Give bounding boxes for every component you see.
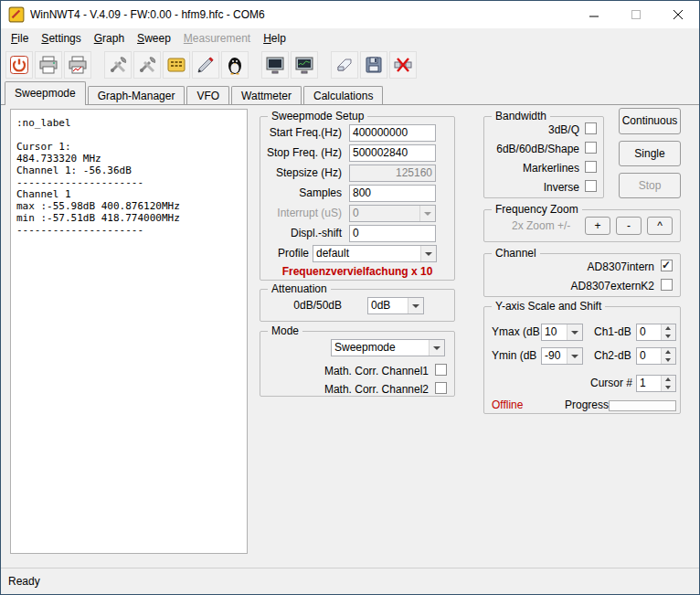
math-corr-ch1-label: Math. Corr. Channel1 <box>260 365 429 377</box>
ch1-db-label: Ch1-dB <box>594 325 631 338</box>
math-corr-ch1-checkbox[interactable] <box>435 364 447 376</box>
minimize-button[interactable] <box>573 1 615 28</box>
tab-bar: Sweepmode Graph-Manager VFO Wattmeter Ca… <box>5 81 385 105</box>
ad8307-extern-checkbox[interactable] <box>661 279 673 291</box>
tab-sweepmode[interactable]: Sweepmode <box>5 81 86 105</box>
continuous-button[interactable]: Continuous <box>619 108 681 134</box>
interrupt-label: Interrupt (uS) <box>260 207 342 219</box>
ad8307-intern-checkbox[interactable] <box>661 260 673 271</box>
group-legend: Attenuation <box>268 282 331 295</box>
start-freq-input[interactable]: 400000000 <box>349 124 436 142</box>
ymin-label: Ymin (dB <box>492 349 536 362</box>
group-legend: Frequency Zoom <box>492 203 582 216</box>
cursor-number-spinner[interactable]: 1 <box>636 375 676 392</box>
spin-down-icon[interactable] <box>662 333 675 341</box>
stepsize-label: Stepsize (Hz) <box>260 166 342 179</box>
mode-combo[interactable]: Sweepmode <box>331 339 445 356</box>
winnwt4-window: WinNWT4 - V.4.09 - FW:0.00 - hfm9.hfc - … <box>0 0 700 595</box>
eraser-button[interactable] <box>331 51 358 79</box>
power-button[interactable] <box>5 51 33 79</box>
spin-up-icon[interactable] <box>662 376 675 384</box>
ch2-db-label: Ch2-dB <box>594 349 631 362</box>
stop-freq-label: Stop Freq. (Hz) <box>260 146 342 159</box>
attenuation-combo[interactable]: 0dB <box>367 297 424 314</box>
menu-settings[interactable]: Settings <box>35 28 87 48</box>
tab-graph-manager[interactable]: Graph-Manager <box>88 86 186 104</box>
tab-calculations[interactable]: Calculations <box>303 86 383 104</box>
chevron-down-icon[interactable] <box>567 348 582 364</box>
tab-vfo[interactable]: VFO <box>186 86 229 104</box>
info-line: :no_label <box>16 117 241 129</box>
save-button[interactable] <box>360 51 387 79</box>
info-line: --------------------- <box>16 176 241 188</box>
zoom-in-button[interactable]: + <box>585 217 610 235</box>
ch2-db-spinner[interactable]: 0 <box>636 347 676 365</box>
info-line: min :-57.51dB 418.774000MHz <box>16 212 241 224</box>
samples-label: Samples <box>260 186 342 199</box>
disconnect-button[interactable] <box>389 51 417 79</box>
zoom-up-button[interactable]: ^ <box>647 217 673 235</box>
spin-down-icon[interactable] <box>662 356 675 365</box>
stop-freq-input[interactable]: 500002840 <box>349 144 436 162</box>
bw-markerlines-checkbox[interactable] <box>585 161 597 173</box>
save-icon <box>363 54 385 76</box>
display-icon <box>264 54 286 76</box>
maximize-button[interactable] <box>615 1 657 28</box>
measurement-info-panel[interactable]: :no_label Cursor 1: 484.733320 MHz Chann… <box>10 109 248 554</box>
display-button-2[interactable] <box>291 51 318 79</box>
keypad-button[interactable] <box>163 51 190 79</box>
chevron-down-icon[interactable] <box>420 246 436 261</box>
display-icon-2 <box>293 54 315 76</box>
tab-wattmeter[interactable]: Wattmeter <box>231 86 302 104</box>
menu-graph[interactable]: Graph <box>88 28 131 48</box>
spin-down-icon[interactable] <box>662 384 675 392</box>
window-title: WinNWT4 - V.4.09 - FW:0.00 - hfm9.hfc - … <box>30 8 573 21</box>
chevron-down-icon[interactable] <box>408 298 423 313</box>
spin-up-icon[interactable] <box>662 348 675 356</box>
print-graph-button[interactable] <box>64 51 91 79</box>
spin-up-icon[interactable] <box>662 324 675 333</box>
frequency-multiplier-warning: Frequenzvervielfachung x 10 <box>260 265 454 278</box>
titlebar: WinNWT4 - V.4.09 - FW:0.00 - hfm9.hfc - … <box>1 1 699 28</box>
menu-help[interactable]: Help <box>257 28 292 48</box>
sweepmode-setup-group: Sweepmode Setup Start Freq.(Hz) 40000000… <box>260 116 455 281</box>
group-legend: Y-axis Scale and Shift <box>492 300 605 313</box>
displ-shift-input[interactable]: 0 <box>349 225 436 242</box>
bw-6db-checkbox[interactable] <box>585 142 597 154</box>
bw-inverse-checkbox[interactable] <box>585 180 597 192</box>
profile-combo[interactable]: default <box>313 245 437 262</box>
menubar: File Settings Graph Sweep Measurement He… <box>1 28 699 48</box>
frequency-zoom-group: Frequency Zoom 2x Zoom +/- + - ^ <box>483 209 681 242</box>
math-corr-ch2-checkbox[interactable] <box>435 382 447 394</box>
samples-input[interactable]: 800 <box>349 185 436 202</box>
stop-button: Stop <box>619 173 681 198</box>
display-button[interactable] <box>261 51 289 79</box>
info-line: Cursor 1: <box>16 141 241 153</box>
attenuation-label: 0dB/50dB <box>260 299 342 312</box>
info-line <box>16 129 241 141</box>
ad8307-intern-label: AD8307intern <box>484 260 654 273</box>
close-button[interactable] <box>657 1 699 28</box>
ch1-db-spinner[interactable]: 0 <box>636 324 676 341</box>
single-button[interactable]: Single <box>619 141 681 166</box>
brush-button[interactable] <box>192 51 219 79</box>
tools-icon-2 <box>136 54 158 76</box>
eraser-icon <box>334 54 355 76</box>
ymin-combo[interactable]: -90 <box>541 347 583 365</box>
ymax-combo[interactable]: 10 <box>541 324 583 341</box>
bw-3db-checkbox[interactable] <box>585 122 597 134</box>
zoom-out-button[interactable]: - <box>616 217 642 235</box>
interrupt-combo: 0 <box>349 205 436 222</box>
power-icon <box>8 54 30 76</box>
tools-button[interactable] <box>104 51 132 79</box>
menu-file[interactable]: File <box>5 28 35 48</box>
tools-button-2[interactable] <box>133 51 161 79</box>
cursor-number-label: Cursor # <box>587 377 632 389</box>
penguin-button[interactable] <box>221 51 249 79</box>
print-button[interactable] <box>35 51 62 79</box>
zoom-label: 2x Zoom +/- <box>512 219 570 232</box>
menu-sweep[interactable]: Sweep <box>131 28 177 48</box>
chevron-down-icon[interactable] <box>429 340 444 356</box>
chevron-down-icon[interactable] <box>567 324 582 340</box>
keypad-icon <box>165 54 187 76</box>
